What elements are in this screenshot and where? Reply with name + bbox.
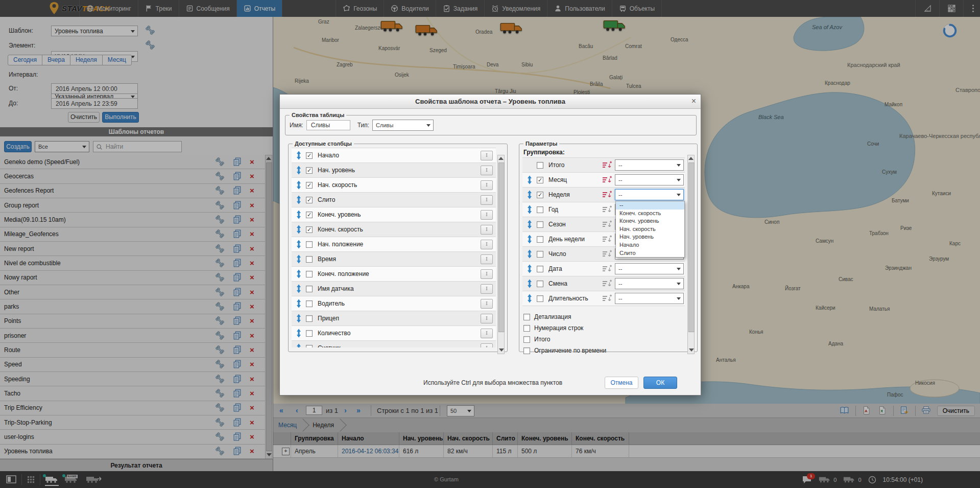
column-format-button[interactable]: I — [481, 151, 493, 160]
dropdown-option[interactable]: Начало — [616, 241, 684, 249]
dropdown-option[interactable]: Слито — [616, 249, 684, 258]
sort-icon[interactable] — [602, 250, 612, 258]
checkbox[interactable] — [523, 347, 530, 354]
checkbox[interactable] — [537, 162, 543, 169]
checkbox[interactable] — [306, 315, 313, 322]
sort-icon[interactable] — [602, 235, 612, 243]
column-format-button[interactable]: I — [481, 180, 493, 190]
scrollbar-thumb[interactable] — [688, 162, 695, 332]
move-updown-icon[interactable] — [296, 151, 302, 160]
checkbox[interactable]: ✓ — [306, 167, 313, 174]
dialog-titlebar[interactable]: Свойства шаблона отчета – Уровень топлив… — [280, 95, 701, 109]
extra-option-row[interactable]: Итого — [523, 334, 697, 345]
column-row[interactable]: ВодительI — [292, 296, 496, 311]
move-updown-icon[interactable] — [296, 299, 302, 308]
column-format-button[interactable]: I — [481, 225, 493, 235]
sort-icon[interactable] — [602, 176, 612, 184]
dropdown-option[interactable]: Нач. уровень — [616, 233, 684, 241]
grouping-select[interactable]: -- — [615, 189, 684, 200]
move-updown-icon[interactable] — [527, 205, 533, 214]
grouping-select[interactable]: -- — [615, 293, 684, 304]
move-updown-icon[interactable] — [527, 249, 533, 259]
sort-icon[interactable] — [602, 294, 612, 303]
column-format-button[interactable]: I — [481, 299, 493, 309]
move-updown-icon[interactable] — [527, 175, 533, 184]
dropdown-option[interactable]: Конеч. скорость — [616, 210, 684, 218]
checkbox[interactable] — [537, 295, 543, 302]
column-format-button[interactable]: I — [481, 329, 493, 338]
column-row[interactable]: СчетчикI — [292, 341, 496, 347]
column-format-button[interactable]: I — [481, 284, 493, 294]
column-format-button[interactable]: I — [481, 314, 493, 323]
grouping-select[interactable]: -- — [615, 278, 684, 289]
grouping-row[interactable]: Длительность-- — [522, 291, 685, 306]
table-type-select[interactable]: Сливы — [372, 120, 434, 131]
sort-icon[interactable] — [602, 205, 612, 214]
move-updown-icon[interactable] — [527, 279, 533, 288]
checkbox[interactable] — [537, 281, 543, 287]
sort-icon[interactable] — [602, 220, 612, 228]
grouping-select[interactable]: -- — [615, 174, 684, 185]
column-format-button[interactable]: I — [481, 166, 493, 175]
column-format-button[interactable]: I — [481, 210, 493, 220]
checkbox[interactable]: ✓ — [306, 212, 313, 218]
checkbox[interactable] — [306, 345, 313, 348]
dropdown-option[interactable]: Нач. скорость — [616, 225, 684, 234]
checkbox[interactable] — [537, 266, 543, 272]
move-updown-icon[interactable] — [527, 264, 533, 273]
move-updown-icon[interactable] — [296, 225, 302, 234]
move-updown-icon[interactable] — [296, 343, 302, 347]
move-updown-icon[interactable] — [296, 166, 302, 175]
column-row[interactable]: ПрицепI — [292, 311, 496, 326]
column-row[interactable]: Имя датчикаI — [292, 282, 496, 296]
checkbox[interactable] — [306, 271, 313, 277]
checkbox[interactable] — [306, 256, 313, 263]
column-format-button[interactable]: I — [481, 254, 493, 264]
move-updown-icon[interactable] — [527, 235, 533, 244]
checkbox[interactable] — [523, 325, 530, 332]
column-row[interactable]: ✓Нач. скоростьI — [292, 178, 496, 193]
column-row[interactable]: ✓Конеч. скоростьI — [292, 222, 496, 237]
column-format-button[interactable]: I — [481, 343, 493, 348]
sort-icon[interactable] — [602, 280, 612, 288]
checkbox[interactable] — [306, 300, 313, 307]
extra-option-row[interactable]: Детализация — [523, 311, 697, 322]
scroll-up-icon[interactable] — [688, 157, 694, 160]
checkbox[interactable] — [306, 241, 313, 248]
column-row[interactable]: КоличествоI — [292, 326, 496, 341]
column-row[interactable]: ✓СлитоI — [292, 193, 496, 207]
move-updown-icon[interactable] — [296, 180, 302, 190]
grouping-row[interactable]: Дата-- — [522, 262, 685, 276]
ok-button[interactable]: ОК — [643, 377, 677, 389]
grouping-row[interactable]: ✓Неделя-- — [522, 188, 685, 202]
checkbox[interactable] — [537, 236, 543, 243]
grouping-row[interactable]: Смена-- — [522, 276, 685, 291]
column-format-button[interactable]: I — [481, 195, 493, 205]
extra-option-row[interactable]: Нумерация строк — [523, 322, 697, 334]
checkbox[interactable]: ✓ — [537, 192, 543, 198]
column-row[interactable]: ВремяI — [292, 252, 496, 267]
columns-scrollbar[interactable] — [497, 155, 505, 354]
column-row[interactable]: ✓НачалоI — [292, 148, 496, 163]
checkbox[interactable]: ✓ — [306, 197, 313, 203]
extra-option-row[interactable]: Ограничение по времени — [523, 345, 697, 356]
close-icon[interactable]: × — [691, 96, 696, 106]
grouping-row[interactable]: ✓Месяц-- — [522, 173, 685, 188]
move-updown-icon[interactable] — [296, 284, 302, 293]
sort-icon[interactable] — [602, 161, 612, 169]
grouping-select[interactable]: -- — [615, 159, 684, 171]
column-row[interactable]: Конеч. положениеI — [292, 267, 496, 282]
move-updown-icon[interactable] — [296, 314, 302, 323]
parameters-scrollbar[interactable] — [687, 155, 695, 354]
move-updown-icon[interactable] — [296, 195, 302, 204]
checkbox[interactable] — [306, 330, 313, 337]
move-updown-icon[interactable] — [527, 220, 533, 229]
grouping-select[interactable]: -- — [615, 263, 684, 274]
checkbox[interactable] — [537, 221, 543, 228]
move-updown-icon[interactable] — [527, 294, 533, 303]
scroll-up-icon[interactable] — [498, 157, 504, 160]
checkbox[interactable]: ✓ — [306, 152, 313, 159]
table-name-input[interactable] — [306, 120, 350, 130]
checkbox[interactable] — [306, 286, 313, 292]
checkbox[interactable]: ✓ — [306, 182, 313, 189]
